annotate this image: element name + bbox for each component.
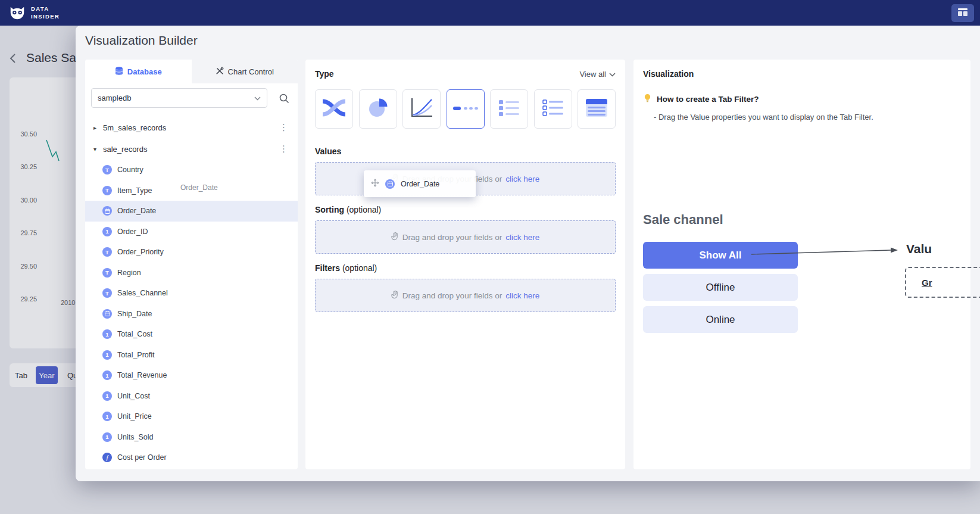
field-row-region[interactable]: T Region	[85, 263, 298, 284]
field-label: Cost per Order	[117, 453, 167, 462]
dataset-label: 5m_sales_records	[103, 123, 277, 132]
group-dropzone[interactable]: Gr	[905, 267, 980, 298]
sorting-dropzone[interactable]: Drag and drop your fields or click here	[315, 220, 616, 254]
move-icon	[371, 179, 379, 189]
database-icon	[115, 67, 123, 77]
view-all-button[interactable]: View all	[579, 70, 616, 79]
tab-chart-control[interactable]: Chart Control	[192, 60, 298, 83]
data-table-icon	[585, 98, 608, 120]
database-panel: Database Chart Control sampledb ▸ 5m_sal…	[85, 60, 298, 469]
text-field-icon: T	[102, 247, 112, 257]
formula-field-icon: f	[102, 453, 112, 462]
field-row-total-revenue[interactable]: 1 Total_Revenue	[85, 365, 298, 386]
date-field-icon	[102, 206, 112, 216]
filters-dropzone[interactable]: Drag and drop your fields or click here	[315, 279, 616, 312]
drag-ghost-label: Order_Date	[401, 180, 439, 188]
database-select-value: sampledb	[98, 94, 131, 102]
field-row-total-profit[interactable]: 1 Total_Profit	[85, 345, 298, 366]
field-row-unit-price[interactable]: 1 Unit_Price	[85, 406, 298, 427]
drag-ghost-card[interactable]: Order_Date	[364, 170, 476, 197]
expand-arrow-icon[interactable]: ▸	[93, 124, 102, 131]
click-here-link[interactable]: click here	[505, 175, 539, 183]
sorting-section-label: Sorting (optional)	[315, 205, 381, 214]
topbar: DATA INSIDER	[0, 0, 980, 26]
date-field-icon	[385, 179, 395, 189]
number-field-icon: 1	[102, 350, 112, 360]
bullet-list-icon	[498, 99, 520, 119]
click-here-link[interactable]: click here	[505, 291, 539, 300]
dataset-label: sale_records	[103, 145, 277, 154]
type-label: Type	[315, 69, 334, 79]
field-label: Sales_Channel	[117, 289, 168, 297]
schema-tree: ▸ 5m_sales_records ⋮ ▾ sale_records ⋮ T …	[85, 117, 298, 469]
dashboard-grid-button[interactable]	[951, 4, 974, 22]
filter-option-offline[interactable]: Offline	[643, 274, 798, 301]
chevron-down-icon	[254, 94, 261, 102]
filters-section-label: Filters (optional)	[315, 263, 377, 273]
field-label: Region	[117, 269, 141, 277]
brand-line-2: INSIDER	[31, 13, 60, 21]
chevron-down-icon	[609, 70, 616, 79]
click-here-link[interactable]: click here	[505, 233, 539, 242]
filter-option-online[interactable]: Online	[643, 306, 798, 333]
field-row-total-cost[interactable]: 1 Total_Cost	[85, 324, 298, 345]
field-label: Total_Revenue	[117, 371, 167, 379]
database-select[interactable]: sampledb	[91, 88, 267, 108]
text-field-icon: T	[102, 186, 112, 195]
field-row-units-sold[interactable]: 1 Units_Sold	[85, 427, 298, 448]
owl-logo-icon	[8, 4, 26, 22]
group-link[interactable]: Gr	[922, 278, 932, 288]
collapse-arrow-icon[interactable]: ▾	[93, 146, 102, 152]
modal-title: Visualization Builder	[85, 33, 198, 48]
more-menu-icon[interactable]: ⋮	[277, 122, 291, 133]
field-label: Units_Sold	[117, 433, 153, 441]
chart-type-check-list[interactable]	[534, 89, 572, 129]
search-icon[interactable]	[279, 93, 289, 104]
field-label: Ship_Date	[117, 310, 152, 318]
pie-chart-icon	[367, 97, 389, 121]
builder-panel: Type View all Values Drag and drop your …	[305, 60, 625, 469]
text-field-icon: T	[102, 268, 112, 278]
chart-type-line-chart[interactable]	[402, 89, 441, 129]
field-row-country[interactable]: T Country	[85, 160, 298, 180]
dataset-row-5m-sales-records[interactable]: ▸ 5m_sales_records ⋮	[85, 117, 298, 138]
hand-icon	[391, 232, 399, 242]
text-field-icon: T	[102, 288, 112, 298]
field-row-cost-per-order[interactable]: f Cost per Order	[85, 447, 298, 468]
values-dropzone[interactable]: Drag and drop your fields or click here …	[315, 162, 616, 195]
tools-icon	[216, 67, 224, 77]
visualization-builder-modal: Visualization Builder Database Chart Con…	[76, 26, 980, 481]
field-list: T Country T Item_Type Order_Date 1 Order…	[85, 160, 298, 468]
tab-database-label: Database	[127, 67, 162, 76]
text-field-icon: T	[102, 165, 112, 175]
field-row-sales-channel[interactable]: T Sales_Channel	[85, 283, 298, 304]
hint-body: - Drag the Value properties you want to …	[654, 113, 873, 122]
brand-name: DATA INSIDER	[31, 5, 60, 21]
left-tabbar: Database Chart Control	[85, 60, 298, 83]
field-row-order-id[interactable]: 1 Order_ID	[85, 222, 298, 242]
value-column-label: Valu	[906, 242, 932, 256]
number-field-icon: 1	[102, 370, 112, 380]
preview-panel: Visualization How to create a Tab Filter…	[633, 60, 970, 469]
dataset-row-sale-records[interactable]: ▾ sale_records ⋮	[85, 138, 298, 160]
chart-type-tab-filter[interactable]	[447, 89, 485, 129]
field-label: Country	[117, 166, 143, 174]
field-row-order-priority[interactable]: T Order_Priority	[85, 242, 298, 263]
preview-chart-title: Sale channel	[643, 212, 723, 228]
field-label: Order_Priority	[117, 248, 164, 256]
chart-type-bullet-list[interactable]	[490, 89, 528, 129]
tab-chart-control-label: Chart Control	[228, 67, 274, 76]
field-label: Total_Cost	[117, 330, 152, 338]
field-row-unit-cost[interactable]: 1 Unit_Cost	[85, 386, 298, 407]
chart-type-pie-chart[interactable]	[359, 89, 397, 129]
field-row-ship-date[interactable]: Ship_Date	[85, 304, 298, 325]
tab-database[interactable]: Database	[85, 60, 192, 83]
chart-type-sankey-chart[interactable]	[315, 89, 353, 129]
field-label: Unit_Price	[117, 412, 152, 420]
field-row-order-date[interactable]: Order_Date	[85, 201, 298, 222]
field-label: Unit_Cost	[117, 392, 150, 400]
more-menu-icon[interactable]: ⋮	[277, 144, 291, 154]
chart-type-data-table[interactable]	[578, 89, 616, 129]
visualization-label: Visualization	[643, 69, 694, 79]
number-field-icon: 1	[102, 432, 112, 442]
